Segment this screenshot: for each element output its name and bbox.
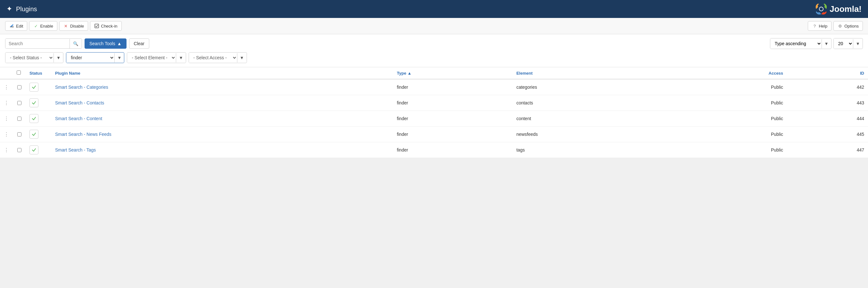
status-filter-wrapper: - Select Status - ▼ bbox=[5, 52, 63, 63]
row-checkbox[interactable] bbox=[17, 132, 22, 136]
sort-select-wrapper: Type ascending ▼ bbox=[770, 38, 832, 49]
element-filter-dropdown-button[interactable]: ▼ bbox=[114, 53, 124, 62]
enable-icon: ✓ bbox=[33, 23, 38, 29]
row-order-handle[interactable]: ⋮ bbox=[0, 95, 13, 111]
row-order-handle[interactable]: ⋮ bbox=[0, 142, 13, 158]
checkin-button[interactable]: Check-in bbox=[90, 21, 121, 31]
enable-button[interactable]: ✓ Enable bbox=[29, 21, 57, 31]
col-access-label: Access bbox=[769, 71, 783, 75]
row-access: Public bbox=[668, 127, 787, 142]
row-type: finder bbox=[393, 95, 513, 111]
plugins-icon: ✦ bbox=[6, 5, 12, 13]
col-element-label: Element bbox=[516, 71, 533, 75]
search-icon-button[interactable]: 🔍 bbox=[69, 39, 82, 49]
row-checkbox[interactable] bbox=[17, 85, 22, 89]
per-page-select[interactable]: 20 bbox=[834, 38, 853, 49]
row-checkbox[interactable] bbox=[17, 101, 22, 105]
select-element-filter-select[interactable]: - Select Element - bbox=[127, 53, 176, 63]
access-filter-wrapper: - Select Access - ▼ bbox=[189, 52, 247, 63]
row-id: 443 bbox=[787, 95, 868, 111]
options-button[interactable]: ⚙ Options bbox=[833, 21, 863, 31]
plugin-name-link[interactable]: Smart Search - Content bbox=[55, 116, 102, 121]
col-header-status[interactable]: Status bbox=[26, 67, 51, 79]
row-access: Public bbox=[668, 142, 787, 158]
row-status bbox=[26, 127, 51, 142]
row-checkbox-cell bbox=[13, 79, 26, 95]
col-header-order bbox=[0, 67, 13, 79]
status-enabled-icon[interactable] bbox=[29, 130, 38, 139]
select-element-filter-dropdown-button[interactable]: ▼ bbox=[176, 53, 185, 62]
search-row1-right: Type ascending ▼ 20 ▼ bbox=[770, 38, 863, 49]
search-tools-button[interactable]: Search Tools ▲ bbox=[85, 38, 126, 49]
access-filter-dropdown-button[interactable]: ▼ bbox=[237, 53, 247, 62]
row-plugin-name: Smart Search - News Feeds bbox=[51, 127, 393, 142]
search-input[interactable] bbox=[5, 39, 69, 49]
col-header-id[interactable]: ID bbox=[787, 67, 868, 79]
table-header-row: Status Plugin Name Type ▲ Element Access… bbox=[0, 67, 868, 79]
joomla-logo-svg bbox=[814, 2, 828, 16]
sort-select[interactable]: Type ascending bbox=[770, 38, 822, 49]
toolbar-right: ? Help ⚙ Options bbox=[808, 21, 863, 31]
row-plugin-name: Smart Search - Tags bbox=[51, 142, 393, 158]
select-element-filter-dropdown-icon: ▼ bbox=[179, 56, 183, 60]
row-id: 447 bbox=[787, 142, 868, 158]
status-enabled-icon[interactable] bbox=[29, 146, 38, 154]
select-element-filter-wrapper: - Select Element - ▼ bbox=[127, 52, 186, 63]
plugins-table: Status Plugin Name Type ▲ Element Access… bbox=[0, 67, 868, 158]
select-all-checkbox[interactable] bbox=[17, 70, 21, 75]
status-enabled-icon[interactable] bbox=[29, 83, 38, 92]
table-row: ⋮ Smart Search - Tags finder tags Public… bbox=[0, 142, 868, 158]
col-header-type[interactable]: Type ▲ bbox=[393, 67, 513, 79]
status-enabled-icon[interactable] bbox=[29, 114, 38, 123]
row-element: tags bbox=[513, 142, 668, 158]
row-type: finder bbox=[393, 79, 513, 95]
edit-label: Edit bbox=[16, 24, 23, 29]
row-element: newsfeeds bbox=[513, 127, 668, 142]
col-header-plugin-name[interactable]: Plugin Name bbox=[51, 67, 393, 79]
edit-button[interactable]: Edit bbox=[5, 21, 27, 31]
plugin-name-link[interactable]: Smart Search - Contacts bbox=[55, 100, 104, 105]
row-order-handle[interactable]: ⋮ bbox=[0, 111, 13, 127]
element-filter-select[interactable]: finder bbox=[66, 53, 114, 63]
search-row1-left: 🔍 Search Tools ▲ Clear bbox=[5, 38, 149, 49]
row-access: Public bbox=[668, 111, 787, 127]
edit-icon bbox=[9, 23, 14, 29]
plugin-name-link[interactable]: Smart Search - Categories bbox=[55, 85, 108, 90]
enable-label: Enable bbox=[40, 24, 53, 29]
svg-point-1 bbox=[819, 7, 823, 11]
col-type-label: Type ▲ bbox=[397, 71, 411, 75]
plugin-name-link[interactable]: Smart Search - Tags bbox=[55, 147, 96, 153]
access-filter-select[interactable]: - Select Access - bbox=[189, 53, 237, 63]
status-filter-dropdown-button[interactable]: ▼ bbox=[54, 53, 63, 62]
status-filter-select[interactable]: - Select Status - bbox=[5, 53, 54, 63]
row-checkbox[interactable] bbox=[17, 117, 22, 121]
col-header-access[interactable]: Access bbox=[668, 67, 787, 79]
row-order-handle[interactable]: ⋮ bbox=[0, 127, 13, 142]
sort-dropdown-button[interactable]: ▼ bbox=[822, 39, 831, 49]
row-plugin-name: Smart Search - Contacts bbox=[51, 95, 393, 111]
per-page-dropdown-button[interactable]: ▼ bbox=[853, 39, 863, 49]
col-header-element[interactable]: Element bbox=[513, 67, 668, 79]
row-checkbox-cell bbox=[13, 95, 26, 111]
col-plugin-name-label: Plugin Name bbox=[55, 71, 81, 75]
header: ✦ Plugins Joomla! bbox=[0, 0, 868, 18]
row-order-handle[interactable]: ⋮ bbox=[0, 79, 13, 95]
row-id: 442 bbox=[787, 79, 868, 95]
page-title: Plugins bbox=[16, 5, 37, 13]
status-filter-dropdown-icon: ▼ bbox=[56, 56, 61, 60]
per-page-wrapper: 20 ▼ bbox=[833, 38, 863, 49]
row-checkbox[interactable] bbox=[17, 148, 22, 152]
row-id: 444 bbox=[787, 111, 868, 127]
status-enabled-icon[interactable] bbox=[29, 98, 38, 107]
row-type: finder bbox=[393, 142, 513, 158]
sort-dropdown-icon: ▼ bbox=[825, 41, 829, 46]
disable-button[interactable]: ✕ Disable bbox=[59, 21, 88, 31]
toolbar-left: Edit ✓ Enable ✕ Disable Check-in bbox=[5, 21, 122, 31]
help-label: Help bbox=[819, 24, 827, 29]
row-type: finder bbox=[393, 127, 513, 142]
row-element: content bbox=[513, 111, 668, 127]
clear-button[interactable]: Clear bbox=[129, 38, 149, 49]
help-button[interactable]: ? Help bbox=[808, 21, 832, 31]
plugin-name-link[interactable]: Smart Search - News Feeds bbox=[55, 132, 112, 137]
row-status bbox=[26, 142, 51, 158]
